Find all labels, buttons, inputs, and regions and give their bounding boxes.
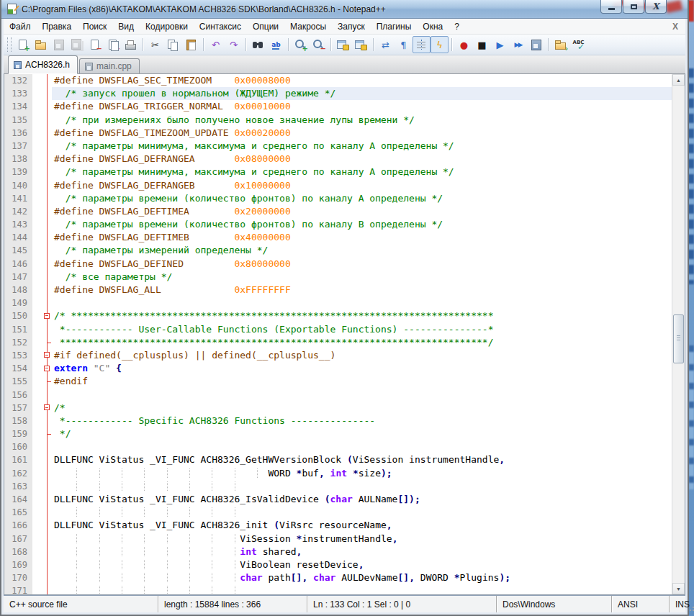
bookmark-margin[interactable] [32, 244, 43, 257]
sync-horizontal-scrolling-icon[interactable] [352, 36, 370, 53]
show-indent-guide-icon[interactable] [413, 36, 431, 53]
code-line[interactable]: 138#define DWSFLAG_DEFRANGEA 0x08000000 [4, 153, 672, 166]
run-macro-multiple-icon[interactable]: ▶▶ [509, 36, 527, 53]
bookmark-margin[interactable] [32, 584, 43, 594]
fold-collapse-icon[interactable] [43, 309, 52, 322]
menu-item-help[interactable]: ? [449, 20, 465, 33]
new-file-icon[interactable]: + [14, 36, 32, 53]
bookmark-margin[interactable] [32, 375, 43, 388]
zoom-out-icon[interactable]: − [310, 36, 328, 53]
replace-icon[interactable]: ab [267, 36, 285, 53]
menu-item-run[interactable]: Запуск [332, 20, 371, 33]
bookmark-margin[interactable] [32, 153, 43, 166]
scroll-down-icon[interactable]: ▼ [672, 583, 685, 594]
spell-check-icon[interactable]: ABC [569, 36, 587, 53]
bookmark-margin[interactable] [32, 74, 43, 87]
code-line[interactable]: 132#define DWSFLAG_SEC_TIMEZOOM 0x000080… [4, 74, 672, 87]
toolbar-grip[interactable] [7, 37, 12, 52]
code-line[interactable]: 140#define DWSFLAG_DEFRANGEB 0x10000000 [4, 179, 672, 192]
code-line[interactable]: 144#define DWSFLAG_DEFTIMEB 0x40000000 [4, 231, 672, 244]
sync-vertical-scrolling-icon[interactable] [334, 36, 352, 53]
bookmark-margin[interactable] [32, 205, 43, 218]
bookmark-margin[interactable] [32, 114, 43, 127]
bookmark-margin[interactable] [32, 362, 43, 375]
code-line[interactable]: 147 /* все параметры */ [4, 271, 672, 284]
code-line[interactable]: 163 [4, 480, 672, 493]
open-file-icon[interactable] [32, 36, 50, 53]
print-icon[interactable] [122, 36, 140, 53]
bookmark-margin[interactable] [32, 296, 43, 309]
record-macro-icon[interactable]: ● [455, 36, 473, 53]
bookmark-margin[interactable] [32, 467, 43, 480]
bookmark-margin[interactable] [32, 519, 43, 532]
user-defined-dialog-icon[interactable]: ϟ [431, 36, 449, 53]
code-line[interactable]: 159 */ [4, 427, 672, 440]
bookmark-margin[interactable] [32, 571, 43, 584]
close-file-icon[interactable]: − [86, 36, 104, 53]
code-editor[interactable]: 132#define DWSFLAG_SEC_TIMEZOOM 0x000080… [4, 74, 672, 594]
code-line[interactable]: 151 *------------ User-Callable Function… [4, 323, 672, 336]
code-line[interactable]: 133 /* запуск прошел в нормальном (ЖДУЩЕ… [4, 87, 672, 100]
bookmark-margin[interactable] [32, 415, 43, 427]
code-line[interactable]: 167 ViSession *instrumentHandle, [4, 533, 672, 545]
zoom-in-icon[interactable]: + [292, 36, 310, 53]
bookmark-margin[interactable] [32, 336, 43, 349]
code-line[interactable]: 158 *------------ Specific ACH8326 Funct… [4, 415, 672, 427]
bookmark-margin[interactable] [32, 231, 43, 244]
menu-item-file[interactable]: Файл [4, 20, 37, 33]
undo-icon[interactable]: ↶ [207, 36, 225, 53]
word-wrap-icon[interactable]: ⇄ [377, 36, 395, 53]
code-line[interactable]: 135 /* при измерениях было получено ново… [4, 114, 672, 127]
bookmark-margin[interactable] [32, 402, 43, 415]
save-file-icon[interactable] [50, 36, 68, 53]
code-line[interactable]: 143 /* параметры времени (количество фро… [4, 218, 672, 231]
bookmark-margin[interactable] [32, 179, 43, 192]
menu-item-view[interactable]: Вид [112, 20, 140, 33]
code-line[interactable]: 161DLLFUNC ViStatus _VI_FUNC ACH8326_Get… [4, 453, 672, 466]
bookmark-margin[interactable] [32, 87, 43, 100]
code-line[interactable]: 164DLLFUNC ViStatus _VI_FUNC ACH8326_IsV… [4, 493, 672, 506]
code-line[interactable]: 155#endif [4, 375, 672, 388]
menu-item-encoding[interactable]: Кодировки [140, 20, 194, 33]
bookmark-margin[interactable] [32, 218, 43, 231]
menu-item-window[interactable]: Окна [417, 20, 449, 33]
save-macro-icon[interactable] [527, 36, 545, 53]
code-line[interactable]: 152 ************************************… [4, 336, 672, 349]
bookmark-margin[interactable] [32, 545, 43, 558]
menu-item-settings[interactable]: Опции [247, 20, 284, 33]
minimize-button[interactable] [600, 0, 622, 14]
tab-ach8326h[interactable]: ACH8326.h [8, 55, 78, 74]
code-line[interactable]: 148#define DWSFLAG_ALL 0xFFFFFFFF [4, 284, 672, 296]
bookmark-margin[interactable] [32, 480, 43, 493]
code-line[interactable]: 165 [4, 506, 672, 519]
bookmark-margin[interactable] [32, 506, 43, 519]
title-bar[interactable]: C:\Program Files (x86)\AKTAKOM\AKTAKOM A… [1, 0, 688, 19]
code-line[interactable]: 168 int shared, [4, 545, 672, 558]
code-line[interactable]: 157/* [4, 402, 672, 415]
copy-icon[interactable] [164, 36, 182, 53]
vertical-scrollbar[interactable]: ▲ ▼ [672, 74, 685, 594]
code-line[interactable]: 162 WORD *buf, int *size); [4, 467, 672, 480]
code-line[interactable]: 139 /* параметры минимума, максимума и с… [4, 166, 672, 178]
bookmark-margin[interactable] [32, 389, 43, 402]
open-containing-folder-icon[interactable]: › [551, 36, 569, 53]
maximize-button[interactable] [623, 0, 644, 14]
code-line[interactable]: 160 [4, 440, 672, 453]
bookmark-margin[interactable] [32, 258, 43, 271]
menu-item-plugins[interactable]: Плагины [371, 20, 418, 33]
redo-icon[interactable]: ↷ [225, 36, 243, 53]
scroll-up-icon[interactable]: ▲ [672, 74, 685, 86]
bookmark-margin[interactable] [32, 140, 43, 153]
bookmark-margin[interactable] [32, 493, 43, 506]
bookmark-margin[interactable] [32, 453, 43, 466]
code-line[interactable]: 154extern "C" { [4, 362, 672, 375]
bookmark-margin[interactable] [32, 284, 43, 296]
code-line[interactable]: 141 /* параметры времени (количество фро… [4, 192, 672, 205]
code-line[interactable]: 150/* **********************************… [4, 309, 672, 322]
code-line[interactable]: 166DLLFUNC ViStatus _VI_FUNC ACH8326_ini… [4, 519, 672, 532]
scrollbar-track[interactable] [672, 86, 685, 583]
paste-icon[interactable] [182, 36, 200, 53]
cut-icon[interactable]: ✂ [146, 36, 164, 53]
bookmark-margin[interactable] [32, 440, 43, 453]
bookmark-margin[interactable] [32, 427, 43, 440]
